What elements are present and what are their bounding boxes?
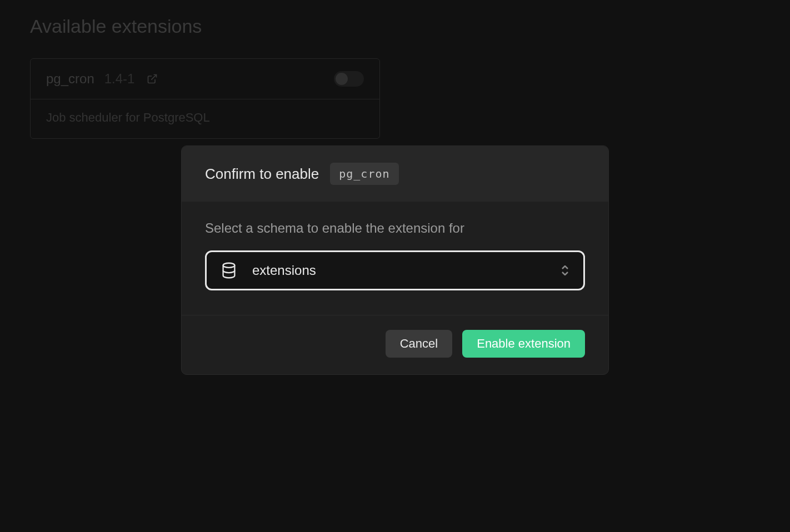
modal-body: Select a schema to enable the extension … <box>182 202 608 315</box>
cancel-button[interactable]: Cancel <box>386 330 452 358</box>
svg-point-1 <box>223 263 235 268</box>
schema-select[interactable]: extensions <box>205 250 585 290</box>
extension-chip: pg_cron <box>330 163 398 185</box>
enable-extension-button[interactable]: Enable extension <box>462 330 585 358</box>
database-icon <box>221 262 237 279</box>
modal-title: Confirm to enable <box>205 165 319 183</box>
schema-value: extensions <box>252 263 546 278</box>
modal-header: Confirm to enable pg_cron <box>182 146 608 202</box>
modal-footer: Cancel Enable extension <box>182 315 608 374</box>
modal-overlay: Confirm to enable pg_cron Select a schem… <box>0 0 790 532</box>
chevrons-up-down-icon <box>561 265 569 275</box>
confirm-enable-modal: Confirm to enable pg_cron Select a schem… <box>181 145 609 375</box>
schema-select-label: Select a schema to enable the extension … <box>205 220 585 236</box>
